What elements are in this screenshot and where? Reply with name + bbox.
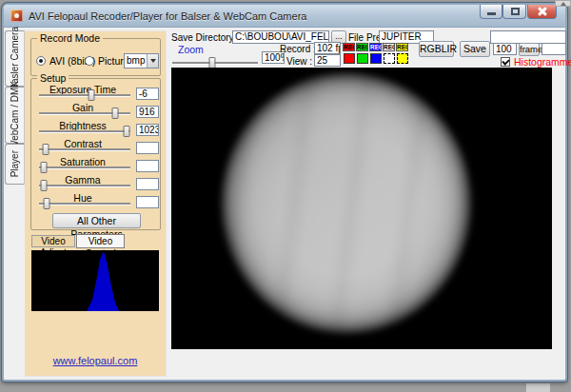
slider-hue[interactable] bbox=[39, 203, 130, 205]
record-label: Record : bbox=[280, 44, 312, 54]
slider-gamma[interactable] bbox=[39, 185, 130, 186]
page-scrollbar-up-button[interactable] bbox=[555, 0, 571, 7]
setup-title: Setup bbox=[37, 72, 69, 84]
slider-saturation-thumb[interactable] bbox=[40, 162, 47, 173]
slider-gain[interactable] bbox=[39, 112, 130, 114]
maximize-button[interactable] bbox=[502, 5, 526, 19]
slider-contrast[interactable] bbox=[39, 148, 130, 150]
record-fps-field[interactable]: 102 fps bbox=[314, 42, 341, 54]
tab-video-adjust[interactable]: Video Adjust bbox=[31, 235, 75, 247]
histogramme-checkbox[interactable] bbox=[501, 57, 510, 67]
rec-red-button[interactable]: REC bbox=[343, 43, 355, 51]
record-mode-title: Record Mode bbox=[37, 32, 103, 44]
all-other-parameters-button[interactable]: All Other Parameters bbox=[52, 213, 141, 228]
slider-value-contrast[interactable] bbox=[136, 142, 159, 154]
frame-button[interactable]: frame bbox=[519, 43, 540, 56]
histogram-display bbox=[31, 250, 159, 311]
radio-avi-icon bbox=[36, 56, 46, 66]
slider-hue-thumb[interactable] bbox=[43, 198, 49, 209]
radio-picturecap-icon bbox=[85, 56, 94, 66]
control-panel: Record Mode AVI (8bits) PictureCap bmp S… bbox=[25, 30, 167, 377]
setup-group: Setup Exposure Time -6 Gain 916 Brightne… bbox=[30, 78, 161, 230]
slider-contrast-thumb[interactable] bbox=[42, 144, 49, 155]
slider-brightness-thumb[interactable] bbox=[124, 126, 130, 137]
rec-blue-button[interactable]: REC bbox=[369, 43, 382, 51]
histogram-peak bbox=[87, 252, 119, 311]
slider-value-saturation[interactable] bbox=[136, 160, 159, 172]
video-preview bbox=[171, 68, 552, 349]
view-label: View : bbox=[280, 56, 312, 67]
channel-blue-swatch[interactable] bbox=[370, 53, 382, 64]
app-window: AVI Felopaul Recoder/Player for Balser &… bbox=[2, 3, 567, 382]
histogramme-label[interactable]: Histogramme bbox=[514, 56, 571, 68]
slider-value-gain[interactable]: 916 bbox=[136, 106, 159, 118]
zoom-link[interactable]: Zoom bbox=[178, 44, 204, 55]
rec-yellow-button[interactable]: REC bbox=[396, 43, 408, 51]
slider-value-exposure[interactable]: -6 bbox=[136, 88, 159, 100]
app-icon bbox=[10, 10, 23, 22]
side-tab-player[interactable]: Player bbox=[5, 144, 25, 185]
arrow-up-icon bbox=[561, 2, 566, 6]
page-scrollbar-fragment[interactable] bbox=[526, 383, 550, 392]
channel-green-swatch[interactable] bbox=[357, 53, 368, 64]
record-mode-group: Record Mode AVI (8bits) PictureCap bmp bbox=[30, 38, 161, 76]
screen: AVI Felopaul Recoder/Player for Balser &… bbox=[0, 0, 571, 392]
chevron-down-icon[interactable] bbox=[147, 54, 158, 68]
side-tab-basler-camera[interactable]: Basler Camera bbox=[5, 30, 25, 87]
planet-jupiter-image bbox=[220, 71, 473, 335]
rgblir-button[interactable]: RGBLIR bbox=[419, 41, 454, 57]
rec-green-button[interactable]: REC bbox=[356, 43, 368, 51]
rec-white-button[interactable]: REC bbox=[383, 43, 395, 51]
website-link[interactable]: www.felopaul.com bbox=[25, 355, 166, 366]
frame-count-field[interactable]: 100 bbox=[493, 43, 517, 55]
minimize-button[interactable] bbox=[480, 5, 502, 19]
view-field[interactable]: 25 bbox=[314, 54, 341, 67]
save-directory-label: Save Directory : bbox=[171, 32, 239, 43]
slider-exposure-thumb[interactable] bbox=[88, 89, 94, 101]
slider-brightness[interactable] bbox=[39, 130, 130, 132]
tab-video-control[interactable]: Video Control bbox=[76, 234, 125, 248]
slider-value-brightness[interactable]: 1023 bbox=[136, 124, 159, 136]
channel-red-swatch[interactable] bbox=[344, 53, 355, 64]
picture-format-select[interactable]: bmp bbox=[124, 53, 159, 69]
slider-gamma-thumb[interactable] bbox=[40, 180, 47, 191]
tail-field[interactable] bbox=[541, 43, 566, 55]
slider-gain-thumb[interactable] bbox=[111, 108, 118, 119]
maximize-icon bbox=[511, 8, 520, 15]
side-tab-webcam-dmk[interactable]: WebCam / DMK bbox=[5, 87, 25, 144]
histogram-chart bbox=[31, 250, 159, 311]
save-button[interactable]: Save bbox=[460, 41, 490, 57]
minimize-icon bbox=[487, 12, 496, 15]
slider-exposure[interactable] bbox=[39, 94, 130, 96]
slider-saturation[interactable] bbox=[39, 167, 130, 168]
planet-shading bbox=[220, 71, 473, 335]
slider-value-gamma[interactable] bbox=[136, 178, 159, 190]
channel-yellow-swatch[interactable] bbox=[397, 53, 408, 64]
extra-field[interactable] bbox=[490, 30, 566, 44]
channel-white-swatch[interactable] bbox=[384, 53, 395, 64]
close-button[interactable] bbox=[527, 5, 557, 19]
slider-value-hue[interactable] bbox=[136, 196, 159, 208]
